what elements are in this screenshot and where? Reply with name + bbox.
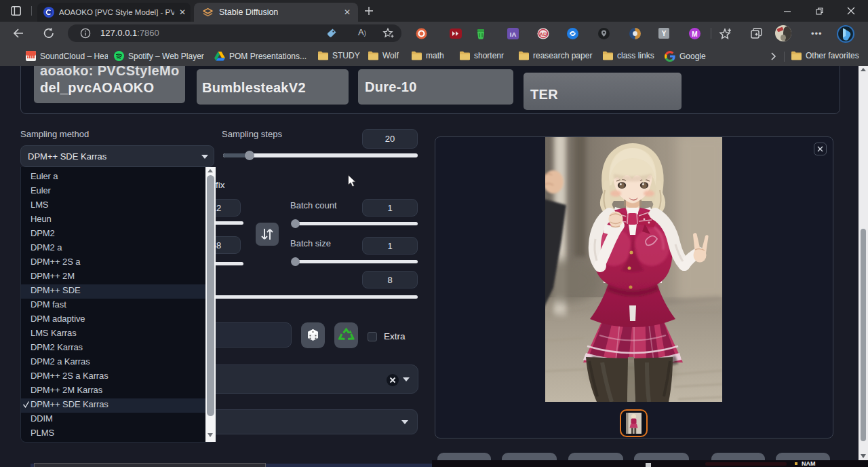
svg-text:AD: AD <box>540 31 547 37</box>
svg-text:IA: IA <box>510 31 517 38</box>
svg-text:M: M <box>692 31 697 38</box>
svg-text:Y: Y <box>662 30 667 37</box>
